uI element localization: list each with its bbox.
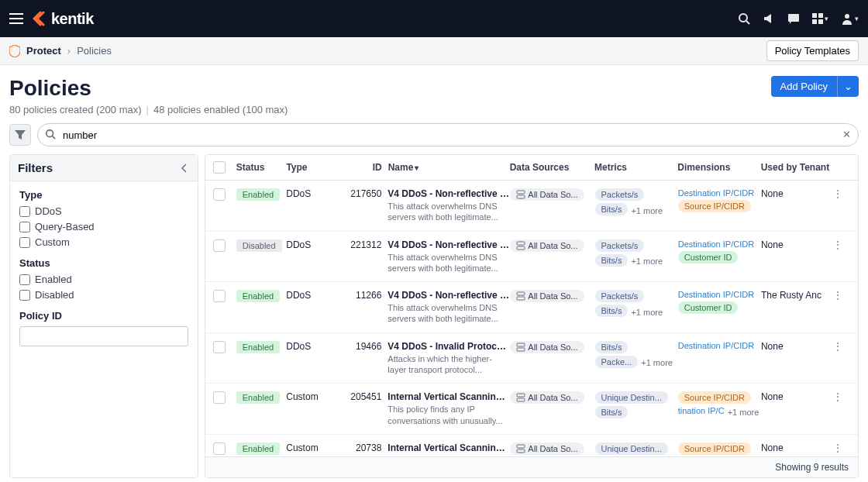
- dimension-link[interactable]: Destination IP/CIDR: [678, 239, 754, 249]
- table-row[interactable]: EnabledDDoS11266V4 DDoS - Non-reflective…: [205, 282, 858, 333]
- table-row[interactable]: EnabledDDoS217650V4 DDoS - Non-reflectiv…: [205, 181, 858, 232]
- select-all-checkbox[interactable]: [213, 161, 226, 174]
- breadcrumb-current: Policies: [77, 45, 112, 57]
- filter-checkbox[interactable]: [19, 237, 30, 248]
- add-policy-caret[interactable]: ⌄: [837, 76, 859, 97]
- col-dims[interactable]: Dimensions: [677, 162, 760, 173]
- user-menu[interactable]: ▾: [841, 12, 859, 25]
- policy-templates-button[interactable]: Policy Templates: [766, 40, 859, 61]
- filter-option[interactable]: Disabled: [19, 289, 188, 301]
- dimension-pill[interactable]: Source IP/CIDR: [678, 391, 751, 404]
- row-actions-icon[interactable]: ⋮: [833, 341, 842, 352]
- more-text: +1 more: [631, 308, 663, 317]
- dimension-link[interactable]: Destination IP/CIDR: [678, 290, 754, 299]
- logo-mark-icon: [33, 11, 48, 26]
- id-cell: 19466: [345, 341, 388, 352]
- dimension-pill[interactable]: Source IP/CIDR: [678, 200, 751, 212]
- data-source-pill[interactable]: All Data So...: [510, 442, 584, 455]
- collapse-filters-icon[interactable]: [179, 163, 190, 174]
- col-id[interactable]: ID: [345, 162, 388, 173]
- filter-option[interactable]: DDoS: [19, 205, 188, 217]
- filter-checkbox[interactable]: [19, 206, 30, 217]
- filter-checkbox[interactable]: [19, 274, 30, 285]
- col-type[interactable]: Type: [286, 162, 345, 173]
- metric-pill[interactable]: Packets/s: [595, 188, 645, 201]
- announce-icon[interactable]: [763, 12, 775, 25]
- row-checkbox[interactable]: [213, 442, 226, 455]
- data-source-pill[interactable]: All Data So...: [510, 391, 584, 404]
- data-source-pill[interactable]: All Data So...: [510, 341, 584, 353]
- main-menu-button[interactable]: [9, 13, 23, 24]
- row-actions-icon[interactable]: ⋮: [833, 239, 842, 250]
- metric-pill[interactable]: Bits/s: [595, 254, 629, 267]
- dimension-pill[interactable]: Source IP/CIDR: [678, 442, 751, 455]
- filter-option[interactable]: Custom: [19, 236, 188, 248]
- add-policy-button[interactable]: Add Policy: [771, 76, 837, 97]
- brand-logo[interactable]: kentik: [33, 10, 94, 28]
- svg-point-0: [739, 14, 747, 22]
- row-checkbox[interactable]: [213, 239, 226, 252]
- metric-pill[interactable]: Bits/s: [595, 203, 629, 215]
- table-row[interactable]: EnabledCustom20738Internal Vertical Scan…: [205, 435, 858, 456]
- filter-checkbox[interactable]: [19, 222, 30, 232]
- row-checkbox[interactable]: [213, 391, 226, 404]
- metric-pill[interactable]: Bits/s: [595, 305, 629, 317]
- row-checkbox[interactable]: [213, 341, 226, 353]
- dimension-link[interactable]: tination IP/C: [678, 406, 725, 415]
- dimension-pill[interactable]: Customer ID: [678, 251, 739, 263]
- svg-rect-15: [517, 348, 525, 351]
- filter-group-title: Type: [19, 189, 188, 201]
- filter-checkbox[interactable]: [19, 290, 30, 301]
- policy-name: Internal Vertical Scanning D...: [388, 391, 510, 402]
- metric-pill[interactable]: Bits/s: [595, 406, 629, 418]
- search-icon[interactable]: [738, 12, 750, 25]
- data-source-pill[interactable]: All Data So...: [510, 239, 584, 252]
- tenant-cell: The Rusty Anc: [761, 290, 833, 301]
- metric-pill[interactable]: Packe...: [595, 356, 639, 368]
- id-cell: 217650: [345, 188, 388, 199]
- type-cell: Custom: [286, 442, 344, 453]
- policy-name: V4 DDoS - Non-reflective D...: [388, 239, 510, 250]
- metric-pill[interactable]: Packets/s: [595, 239, 645, 252]
- metric-pill[interactable]: Packets/s: [595, 290, 645, 302]
- col-tenant[interactable]: Used by Tenant: [761, 162, 833, 173]
- row-actions-icon[interactable]: ⋮: [833, 188, 842, 199]
- svg-rect-2: [812, 13, 817, 18]
- row-checkbox[interactable]: [213, 290, 226, 302]
- col-metrics[interactable]: Metrics: [594, 162, 677, 173]
- filter-toggle-button[interactable]: [9, 124, 31, 146]
- col-status[interactable]: Status: [236, 162, 287, 173]
- table-row[interactable]: DisabledDDoS221312V4 DDoS - Non-reflecti…: [205, 232, 858, 283]
- search-input[interactable]: [37, 123, 859, 146]
- dimension-pill[interactable]: Customer ID: [678, 301, 739, 314]
- policy-desc: This attack overwhelms DNS servers with …: [388, 252, 510, 274]
- row-actions-icon[interactable]: ⋮: [833, 290, 842, 301]
- row-actions-icon[interactable]: ⋮: [833, 391, 842, 402]
- policy-id-input[interactable]: [19, 326, 188, 346]
- chat-icon[interactable]: [787, 12, 800, 25]
- filter-option[interactable]: Query-Based: [19, 221, 188, 232]
- policy-desc: This attack overwhelms DNS servers with …: [388, 302, 510, 325]
- metric-pill[interactable]: Bits/s: [595, 341, 629, 353]
- apps-icon[interactable]: ▾: [812, 13, 828, 24]
- data-source-pill[interactable]: All Data So...: [510, 188, 584, 201]
- row-checkbox[interactable]: [213, 188, 226, 201]
- table-row[interactable]: EnabledCustom205451Internal Vertical Sca…: [205, 384, 858, 435]
- svg-rect-18: [517, 445, 525, 448]
- dimension-link[interactable]: Destination IP/CIDR: [678, 341, 754, 350]
- col-name[interactable]: Name: [388, 162, 510, 173]
- policies-table: Status Type ID Name Data Sources Metrics…: [205, 154, 859, 478]
- policy-name: Internal Vertical Scanning D...: [388, 442, 510, 453]
- tenant-cell: None: [761, 391, 833, 402]
- filter-option[interactable]: Enabled: [19, 274, 188, 285]
- metric-pill[interactable]: Unique Destin...: [595, 442, 668, 455]
- dimension-link[interactable]: Destination IP/CIDR: [678, 188, 754, 198]
- row-actions-icon[interactable]: ⋮: [833, 442, 842, 453]
- col-sources[interactable]: Data Sources: [510, 162, 594, 173]
- table-row[interactable]: EnabledDDoS19466V4 DDoS - Invalid Protoc…: [205, 333, 858, 384]
- metric-pill[interactable]: Unique Destin...: [595, 391, 668, 404]
- clear-search-icon[interactable]: ✕: [842, 129, 851, 140]
- svg-rect-10: [517, 242, 525, 245]
- breadcrumb-root[interactable]: Protect: [26, 45, 61, 57]
- data-source-pill[interactable]: All Data So...: [510, 290, 584, 302]
